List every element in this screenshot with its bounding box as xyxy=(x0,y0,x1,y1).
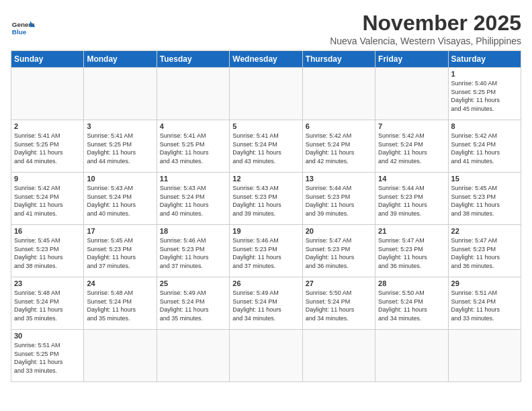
calendar-cell xyxy=(302,68,375,120)
calendar-cell: 1Sunrise: 5:40 AM Sunset: 5:25 PM Daylig… xyxy=(448,68,521,120)
day-number: 15 xyxy=(451,175,518,183)
day-number: 23 xyxy=(14,279,81,287)
day-info: Sunrise: 5:48 AM Sunset: 5:24 PM Dayligh… xyxy=(87,289,153,322)
day-info: Sunrise: 5:43 AM Sunset: 5:24 PM Dayligh… xyxy=(160,184,226,218)
calendar-cell: 7Sunrise: 5:42 AM Sunset: 5:24 PM Daylig… xyxy=(375,120,448,173)
day-number: 13 xyxy=(306,175,372,183)
day-info: Sunrise: 5:45 AM Sunset: 5:23 PM Dayligh… xyxy=(14,236,81,270)
logo-icon: General Blue xyxy=(11,16,35,40)
calendar-cell: 15Sunrise: 5:45 AM Sunset: 5:23 PM Dayli… xyxy=(448,173,521,225)
day-info: Sunrise: 5:46 AM Sunset: 5:23 PM Dayligh… xyxy=(160,236,226,270)
day-info: Sunrise: 5:41 AM Sunset: 5:24 PM Dayligh… xyxy=(232,132,299,165)
calendar-cell: 11Sunrise: 5:43 AM Sunset: 5:24 PM Dayli… xyxy=(157,173,229,225)
calendar-cell: 18Sunrise: 5:46 AM Sunset: 5:23 PM Dayli… xyxy=(157,225,229,277)
day-info: Sunrise: 5:45 AM Sunset: 5:23 PM Dayligh… xyxy=(451,184,518,218)
calendar-cell: 23Sunrise: 5:48 AM Sunset: 5:24 PM Dayli… xyxy=(11,277,84,330)
day-number: 30 xyxy=(14,332,81,340)
day-info: Sunrise: 5:42 AM Sunset: 5:24 PM Dayligh… xyxy=(14,184,81,218)
calendar-cell xyxy=(448,330,521,382)
column-header-tuesday: Tuesday xyxy=(157,51,229,68)
calendar-cell: 24Sunrise: 5:48 AM Sunset: 5:24 PM Dayli… xyxy=(84,277,157,330)
calendar-cell xyxy=(230,68,302,120)
column-header-saturday: Saturday xyxy=(448,51,521,68)
calendar-cell: 14Sunrise: 5:44 AM Sunset: 5:23 PM Dayli… xyxy=(375,173,448,225)
day-info: Sunrise: 5:50 AM Sunset: 5:24 PM Dayligh… xyxy=(306,289,372,322)
day-info: Sunrise: 5:50 AM Sunset: 5:24 PM Dayligh… xyxy=(378,289,445,322)
day-info: Sunrise: 5:44 AM Sunset: 5:23 PM Dayligh… xyxy=(378,184,445,218)
calendar-cell: 20Sunrise: 5:47 AM Sunset: 5:23 PM Dayli… xyxy=(302,225,375,277)
day-number: 19 xyxy=(232,227,299,235)
day-number: 2 xyxy=(14,122,81,130)
calendar-cell xyxy=(375,330,448,382)
calendar-cell: 8Sunrise: 5:42 AM Sunset: 5:24 PM Daylig… xyxy=(448,120,521,173)
header: General Blue November 2025 Nueva Valenci… xyxy=(11,11,521,46)
calendar-cell: 30Sunrise: 5:51 AM Sunset: 5:25 PM Dayli… xyxy=(11,330,84,382)
calendar-cell: 22Sunrise: 5:47 AM Sunset: 5:23 PM Dayli… xyxy=(448,225,521,277)
calendar-cell xyxy=(302,330,375,382)
calendar-week-row: 2Sunrise: 5:41 AM Sunset: 5:25 PM Daylig… xyxy=(11,120,521,173)
day-info: Sunrise: 5:47 AM Sunset: 5:23 PM Dayligh… xyxy=(378,236,445,270)
day-number: 21 xyxy=(378,227,445,235)
calendar-body: 1Sunrise: 5:40 AM Sunset: 5:25 PM Daylig… xyxy=(11,68,521,382)
day-info: Sunrise: 5:42 AM Sunset: 5:24 PM Dayligh… xyxy=(451,132,518,165)
calendar-cell: 27Sunrise: 5:50 AM Sunset: 5:24 PM Dayli… xyxy=(302,277,375,330)
day-number: 14 xyxy=(378,175,445,183)
calendar-cell: 16Sunrise: 5:45 AM Sunset: 5:23 PM Dayli… xyxy=(11,225,84,277)
calendar-cell: 2Sunrise: 5:41 AM Sunset: 5:25 PM Daylig… xyxy=(11,120,84,173)
calendar-cell: 19Sunrise: 5:46 AM Sunset: 5:23 PM Dayli… xyxy=(230,225,302,277)
day-info: Sunrise: 5:48 AM Sunset: 5:24 PM Dayligh… xyxy=(14,289,81,322)
calendar-cell: 21Sunrise: 5:47 AM Sunset: 5:23 PM Dayli… xyxy=(375,225,448,277)
calendar-cell: 12Sunrise: 5:43 AM Sunset: 5:23 PM Dayli… xyxy=(230,173,302,225)
day-number: 6 xyxy=(306,122,372,130)
day-info: Sunrise: 5:49 AM Sunset: 5:24 PM Dayligh… xyxy=(232,289,299,322)
calendar-cell xyxy=(11,68,84,120)
title-area: November 2025 Nueva Valencia, Western Vi… xyxy=(330,11,521,46)
day-number: 29 xyxy=(451,279,518,287)
day-info: Sunrise: 5:41 AM Sunset: 5:25 PM Dayligh… xyxy=(14,132,81,165)
calendar-cell: 13Sunrise: 5:44 AM Sunset: 5:23 PM Dayli… xyxy=(302,173,375,225)
calendar-cell: 10Sunrise: 5:43 AM Sunset: 5:24 PM Dayli… xyxy=(84,173,157,225)
day-info: Sunrise: 5:41 AM Sunset: 5:25 PM Dayligh… xyxy=(87,132,153,165)
calendar-cell: 9Sunrise: 5:42 AM Sunset: 5:24 PM Daylig… xyxy=(11,173,84,225)
calendar-week-row: 30Sunrise: 5:51 AM Sunset: 5:25 PM Dayli… xyxy=(11,330,521,382)
day-info: Sunrise: 5:41 AM Sunset: 5:25 PM Dayligh… xyxy=(160,132,226,165)
calendar-cell xyxy=(84,330,157,382)
day-info: Sunrise: 5:51 AM Sunset: 5:25 PM Dayligh… xyxy=(14,341,81,375)
column-header-monday: Monday xyxy=(84,51,157,68)
calendar-week-row: 23Sunrise: 5:48 AM Sunset: 5:24 PM Dayli… xyxy=(11,277,521,330)
day-info: Sunrise: 5:49 AM Sunset: 5:24 PM Dayligh… xyxy=(160,289,226,322)
day-number: 16 xyxy=(14,227,81,235)
day-number: 5 xyxy=(232,122,299,130)
calendar-cell xyxy=(230,330,302,382)
calendar-week-row: 1Sunrise: 5:40 AM Sunset: 5:25 PM Daylig… xyxy=(11,68,521,120)
calendar-cell: 26Sunrise: 5:49 AM Sunset: 5:24 PM Dayli… xyxy=(230,277,302,330)
day-info: Sunrise: 5:44 AM Sunset: 5:23 PM Dayligh… xyxy=(306,184,372,218)
day-info: Sunrise: 5:43 AM Sunset: 5:23 PM Dayligh… xyxy=(232,184,299,218)
calendar-week-row: 9Sunrise: 5:42 AM Sunset: 5:24 PM Daylig… xyxy=(11,173,521,225)
calendar-cell: 25Sunrise: 5:49 AM Sunset: 5:24 PM Dayli… xyxy=(157,277,229,330)
column-header-wednesday: Wednesday xyxy=(230,51,302,68)
column-header-sunday: Sunday xyxy=(11,51,84,68)
day-number: 18 xyxy=(160,227,226,235)
day-info: Sunrise: 5:46 AM Sunset: 5:23 PM Dayligh… xyxy=(232,236,299,270)
calendar-cell: 28Sunrise: 5:50 AM Sunset: 5:24 PM Dayli… xyxy=(375,277,448,330)
calendar-header-row: SundayMondayTuesdayWednesdayThursdayFrid… xyxy=(11,51,521,68)
calendar-cell: 29Sunrise: 5:51 AM Sunset: 5:24 PM Dayli… xyxy=(448,277,521,330)
day-number: 25 xyxy=(160,279,226,287)
day-number: 22 xyxy=(451,227,518,235)
calendar-cell: 4Sunrise: 5:41 AM Sunset: 5:25 PM Daylig… xyxy=(157,120,229,173)
day-number: 28 xyxy=(378,279,445,287)
day-info: Sunrise: 5:42 AM Sunset: 5:24 PM Dayligh… xyxy=(378,132,445,165)
calendar-cell xyxy=(157,68,229,120)
calendar-cell xyxy=(157,330,229,382)
day-info: Sunrise: 5:47 AM Sunset: 5:23 PM Dayligh… xyxy=(451,236,518,270)
day-info: Sunrise: 5:42 AM Sunset: 5:24 PM Dayligh… xyxy=(306,132,372,165)
day-number: 4 xyxy=(160,122,226,130)
day-number: 11 xyxy=(160,175,226,183)
calendar-cell: 3Sunrise: 5:41 AM Sunset: 5:25 PM Daylig… xyxy=(84,120,157,173)
day-number: 24 xyxy=(87,279,153,287)
day-number: 27 xyxy=(306,279,372,287)
calendar-cell xyxy=(375,68,448,120)
svg-text:Blue: Blue xyxy=(12,28,27,36)
calendar-cell xyxy=(84,68,157,120)
